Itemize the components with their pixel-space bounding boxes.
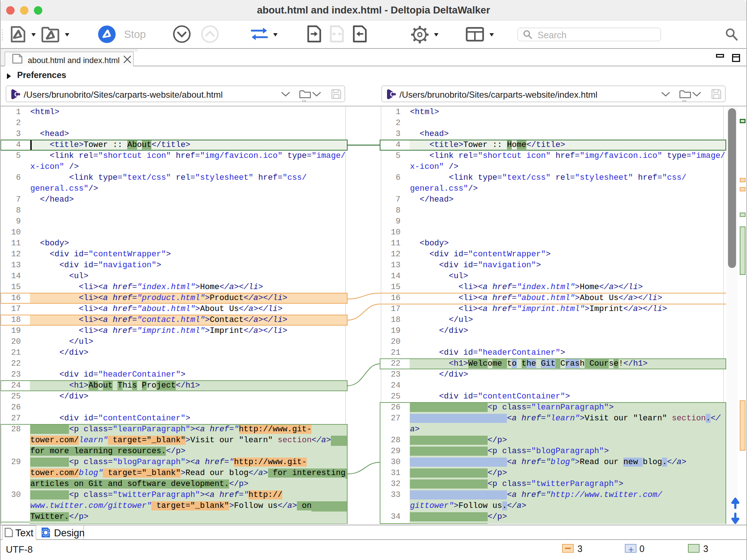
svg-text:C: C [390, 90, 395, 98]
svg-text:C: C [14, 90, 19, 98]
